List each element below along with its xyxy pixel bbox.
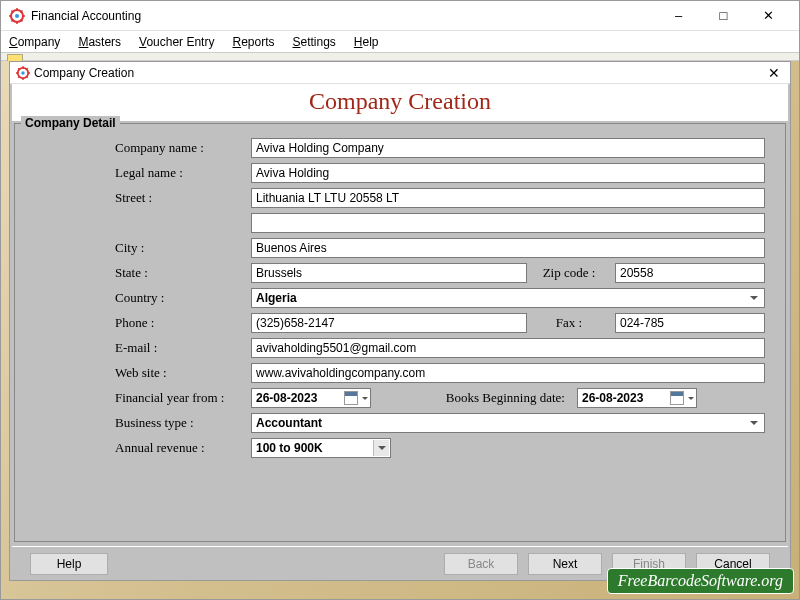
mdi-area: Company Creation ✕ Company Creation Comp… (1, 61, 799, 599)
help-button[interactable]: Help (30, 553, 108, 575)
zip-field[interactable] (615, 263, 765, 283)
website-field[interactable] (251, 363, 765, 383)
minimize-button[interactable]: – (656, 1, 701, 31)
street1-field[interactable] (251, 188, 765, 208)
dialog-header: Company Creation (12, 84, 788, 121)
label-fy-from: Financial year from : (115, 390, 245, 406)
dialog-heading: Company Creation (12, 88, 788, 115)
annual-revenue-select[interactable]: 100 to 900K (251, 438, 391, 458)
menu-help[interactable]: Help (354, 35, 379, 49)
state-field[interactable] (251, 263, 527, 283)
chevron-down-icon (373, 440, 389, 456)
legal-name-field[interactable] (251, 163, 765, 183)
dialog-title: Company Creation (34, 66, 764, 80)
country-select[interactable]: Algeria (251, 288, 765, 308)
label-city: City : (115, 240, 245, 256)
label-annual-revenue: Annual revenue : (115, 440, 245, 456)
maximize-button[interactable]: □ (701, 1, 746, 31)
street2-field[interactable] (251, 213, 765, 233)
svg-point-1 (15, 14, 19, 18)
close-button[interactable]: ✕ (746, 1, 791, 31)
calendar-icon (670, 391, 684, 405)
calendar-icon (344, 391, 358, 405)
dialog-body: Company Creation Company Detail Company … (10, 84, 790, 580)
label-legal-name: Legal name : (115, 165, 245, 181)
menu-company[interactable]: Company (9, 35, 60, 49)
company-creation-dialog: Company Creation ✕ Company Creation Comp… (9, 61, 791, 581)
watermark: FreeBarcodeSoftware.org (607, 568, 794, 594)
menu-settings[interactable]: Settings (292, 35, 335, 49)
window-title: Financial Accounting (31, 9, 656, 23)
label-zip: Zip code : (535, 265, 607, 281)
label-state: State : (115, 265, 245, 281)
form-grid: Company name : Legal name : Street : Cit… (25, 138, 775, 458)
label-phone: Phone : (115, 315, 245, 331)
dialog-icon (16, 66, 30, 80)
label-country: Country : (115, 290, 245, 306)
group-label: Company Detail (21, 116, 120, 130)
phone-field[interactable] (251, 313, 527, 333)
books-begin-datepicker[interactable]: 26-08-2023 (577, 388, 697, 408)
city-field[interactable] (251, 238, 765, 258)
dialog-titlebar: Company Creation ✕ (10, 62, 790, 84)
main-window: Financial Accounting – □ ✕ Company Maste… (0, 0, 800, 600)
chevron-down-icon (362, 397, 368, 400)
business-type-select[interactable]: Accountant (251, 413, 765, 433)
toolbar-strip (1, 53, 799, 61)
menu-reports[interactable]: Reports (232, 35, 274, 49)
menubar: Company Masters Voucher Entry Reports Se… (1, 31, 799, 53)
label-website: Web site : (115, 365, 245, 381)
window-controls: – □ ✕ (656, 1, 791, 31)
label-company-name: Company name : (115, 140, 245, 156)
titlebar: Financial Accounting – □ ✕ (1, 1, 799, 31)
label-fax: Fax : (535, 315, 607, 331)
dialog-close-button[interactable]: ✕ (764, 63, 784, 83)
fax-field[interactable] (615, 313, 765, 333)
label-books-begin: Books Beginning date: (379, 390, 569, 406)
label-email: E-mail : (115, 340, 245, 356)
label-street: Street : (115, 190, 245, 206)
menu-voucher[interactable]: Voucher Entry (139, 35, 214, 49)
back-button[interactable]: Back (444, 553, 518, 575)
menu-masters[interactable]: Masters (78, 35, 121, 49)
svg-point-3 (21, 71, 25, 75)
label-business-type: Business type : (115, 415, 245, 431)
next-button[interactable]: Next (528, 553, 602, 575)
app-icon (9, 8, 25, 24)
company-name-field[interactable] (251, 138, 765, 158)
email-field[interactable] (251, 338, 765, 358)
company-detail-group: Company Detail Company name : Legal name… (14, 123, 786, 542)
fy-from-datepicker[interactable]: 26-08-2023 (251, 388, 371, 408)
chevron-down-icon (688, 397, 694, 400)
